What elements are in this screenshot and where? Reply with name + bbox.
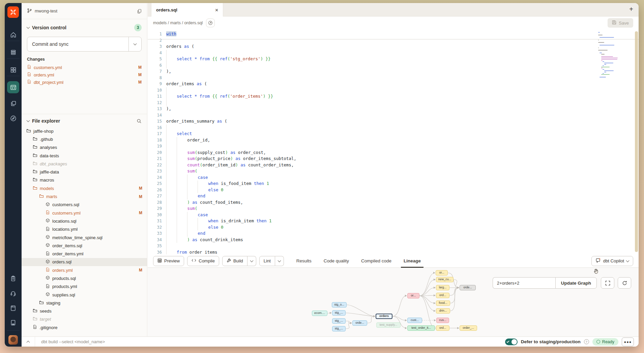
lineage-node-y4[interactable]: ord...: [436, 293, 449, 298]
more-options-button[interactable]: ●●●: [622, 338, 634, 346]
breadcrumb-bar: models / marts / orders.sql Save: [148, 17, 639, 29]
lineage-node-stgA[interactable]: stg_o...: [332, 302, 347, 308]
file-row-metricflow-time-spine-sql[interactable]: metricflow_time_spine.sql: [22, 233, 147, 242]
help-icon[interactable]: ?: [584, 339, 589, 344]
file-row-jaffle-shop[interactable]: jaffle-shop: [22, 127, 147, 135]
sidebar-headset-icon[interactable]: [5, 290, 22, 297]
file-row-products-sql[interactable]: products.sql: [22, 274, 147, 282]
file-row--gitignore[interactable]: .gitignore: [22, 323, 147, 331]
changed-file-row[interactable]: customers.yml M: [22, 64, 147, 71]
changed-file-row[interactable]: dbt_project.yml M: [22, 78, 147, 86]
refresh-button[interactable]: [618, 277, 631, 289]
expand-command-bar-icon[interactable]: [22, 337, 35, 347]
commit-and-sync-button[interactable]: Commit and sync: [27, 37, 142, 52]
file-row-products-yml[interactable]: products.yml: [22, 283, 147, 291]
lineage-node-y6[interactable]: drin...: [436, 308, 450, 314]
file-row-analyses[interactable]: analyses: [22, 143, 147, 152]
fullscreen-button[interactable]: [601, 277, 614, 289]
lineage-node-stgD[interactable]: stg_...: [332, 326, 346, 331]
sidebar-notebook-icon[interactable]: [5, 305, 22, 312]
code-line: 9order_items as (: [148, 81, 639, 87]
lineage-node-ghost[interactable]: test_supply...: [376, 322, 401, 328]
lineage-node-y2[interactable]: new_cu...: [436, 277, 453, 282]
tab-orders-sql[interactable]: orders.sql ×: [151, 3, 223, 17]
output-tab-compiled-code[interactable]: Compiled code: [361, 254, 391, 268]
output-tab-results[interactable]: Results: [296, 254, 312, 268]
output-tab-lineage[interactable]: Lineage: [404, 254, 421, 268]
dbt-logo-icon[interactable]: [7, 6, 19, 18]
editor-scrollbar[interactable]: [635, 31, 638, 252]
lineage-node-orders[interactable]: orders: [376, 314, 392, 319]
file-row-staging[interactable]: staging: [22, 299, 147, 307]
code-line: 23 sum(: [148, 168, 639, 174]
new-tab-button[interactable]: +: [629, 5, 633, 13]
output-tab-code-quality[interactable]: Code quality: [324, 254, 349, 268]
lint-dropdown-toggle[interactable]: [275, 256, 284, 266]
file-row-locations-sql[interactable]: locations.sql: [22, 217, 147, 225]
file-row-seeds[interactable]: seeds: [22, 307, 147, 315]
lineage-node-y8[interactable]: order_...: [460, 325, 477, 331]
file-row-macros[interactable]: macros: [22, 176, 147, 184]
build-dropdown-toggle[interactable]: [247, 256, 256, 266]
lineage-node-ecom[interactable]: ecom....: [312, 311, 327, 316]
lineage-node-cust[interactable]: cust...: [407, 318, 422, 323]
file-row-marts[interactable]: martsM: [22, 192, 147, 200]
sidebar-windows-icon[interactable]: [5, 100, 22, 107]
file-row-orders-sql[interactable]: orders.sql: [22, 258, 147, 266]
sidebar-compass-icon[interactable]: [5, 115, 22, 122]
lineage-node-stgB[interactable]: stg_...: [332, 310, 346, 316]
lineage-node-ordeM[interactable]: orde...: [352, 320, 367, 326]
file-name: target: [40, 317, 51, 322]
lint-button[interactable]: Lint: [259, 256, 275, 266]
command-input[interactable]: [35, 339, 505, 344]
file-row-dbt-packages[interactable]: dbt_packages: [22, 160, 147, 168]
sidebar-home-icon[interactable]: [5, 31, 22, 38]
preview-button[interactable]: Preview: [153, 256, 184, 266]
file-row-customers-sql[interactable]: customers.sql: [22, 201, 147, 209]
save-button[interactable]: Save: [608, 18, 633, 28]
code-line: 7),: [148, 68, 639, 75]
lineage-node-stgC[interactable]: stg_...: [332, 318, 346, 324]
commit-dropdown-toggle[interactable]: [128, 37, 141, 51]
lineage-node-grayE[interactable]: orde...: [460, 285, 476, 290]
changed-file-row[interactable]: orders.yml M: [22, 71, 147, 78]
file-row-orders-yml[interactable]: orders.ymlM: [22, 266, 147, 274]
code-editor[interactable]: 1with23orders as (4 5 select * from {{ r…: [148, 29, 639, 254]
file-row-customers-yml[interactable]: customers.ymlM: [22, 209, 147, 217]
dbt-copilot-button[interactable]: dbt Copilot: [591, 256, 633, 266]
file-row-data-tests[interactable]: data-tests: [22, 152, 147, 160]
update-graph-button[interactable]: Update Graph: [555, 277, 597, 289]
file-row-models[interactable]: modelsM: [22, 184, 147, 192]
lineage-node-cusP[interactable]: cus...: [436, 318, 449, 323]
defer-toggle[interactable]: [505, 339, 518, 345]
lineage-node-orP[interactable]: or...: [407, 293, 419, 298]
close-tab-icon[interactable]: ×: [215, 7, 218, 13]
file-row-supplies-sql[interactable]: supplies.sql: [22, 291, 147, 299]
minimap[interactable]: [598, 32, 618, 79]
lineage-filter-input[interactable]: [493, 277, 555, 289]
sidebar-grid-icon[interactable]: [5, 66, 22, 73]
compile-button[interactable]: Compile: [187, 256, 219, 266]
sidebar-develop-icon[interactable]: [5, 81, 22, 93]
copy-icon[interactable]: [137, 9, 142, 13]
file-row--github[interactable]: .github: [22, 135, 147, 143]
sidebar-clipboard-icon[interactable]: [5, 275, 22, 282]
file-row-target[interactable]: target: [22, 315, 147, 323]
file-row-jaffle-data[interactable]: jaffle-data: [22, 168, 147, 176]
lineage-node-y7[interactable]: ord...: [436, 325, 449, 331]
file-row-order-items-yml[interactable]: order_items.yml: [22, 250, 147, 258]
lineage-node-y5[interactable]: food...: [436, 300, 450, 306]
file-row-locations-yml[interactable]: locations.yml: [22, 225, 147, 233]
chevron-down-icon[interactable]: [27, 26, 30, 29]
chevron-down-icon[interactable]: [27, 119, 30, 122]
lineage-node-y1[interactable]: or...: [436, 270, 448, 276]
lineage-node-testO[interactable]: test_order_it...: [407, 325, 435, 331]
open-docs-icon[interactable]: [206, 19, 215, 27]
user-avatar[interactable]: [5, 335, 22, 345]
build-button[interactable]: Build: [222, 256, 247, 266]
file-row-order-items-sql[interactable]: order_items.sql: [22, 242, 147, 250]
sidebar-stack-icon[interactable]: [5, 49, 22, 56]
search-icon[interactable]: [137, 119, 142, 124]
lineage-node-y3[interactable]: larg...: [436, 285, 449, 290]
sidebar-kiosk-icon[interactable]: [5, 319, 22, 326]
